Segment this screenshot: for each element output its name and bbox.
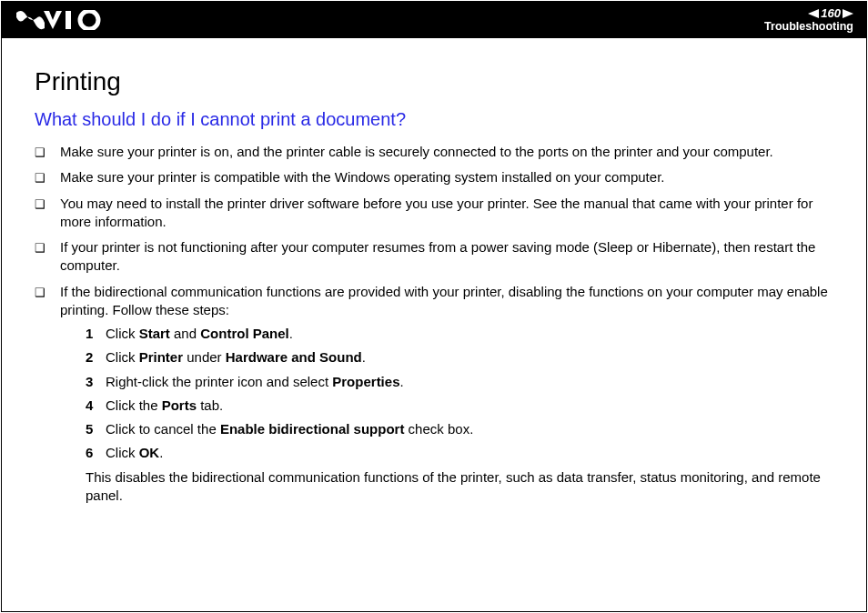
bullet-text: You may need to install the printer driv… xyxy=(60,195,833,232)
prev-page-icon[interactable] xyxy=(808,9,819,18)
svg-point-1 xyxy=(80,11,98,29)
section-label: Troubleshooting xyxy=(764,21,853,33)
header-bar: 160 Troubleshooting xyxy=(2,2,866,38)
bullet-icon: ❑ xyxy=(35,143,60,161)
header-right: 160 Troubleshooting xyxy=(764,7,853,33)
next-page-icon[interactable] xyxy=(843,9,853,18)
step-text: Click the Ports tab. xyxy=(106,397,833,415)
list-item: ❑ If the bidirectional communication fun… xyxy=(35,283,833,506)
steps-list: 1Click Start and Control Panel. 2Click P… xyxy=(60,325,833,463)
step-text: Click OK. xyxy=(106,444,833,462)
step-text: Click Printer under Hardware and Sound. xyxy=(106,348,833,367)
page-number: 160 xyxy=(821,7,841,19)
list-item: ❑ Make sure your printer is on, and the … xyxy=(35,143,833,161)
vaio-logo xyxy=(16,10,104,30)
trailing-note: This disables the bidirectional communic… xyxy=(60,468,833,506)
step-number: 1 xyxy=(86,325,106,343)
page-frame: 160 Troubleshooting Printing What should… xyxy=(1,1,867,612)
bullet-text: Make sure your printer is on, and the pr… xyxy=(60,143,833,161)
step-text: Click to cancel the Enable bidirectional… xyxy=(106,420,833,438)
list-item: ❑ You may need to install the printer dr… xyxy=(35,195,833,232)
bullet-text: If the bidirectional communication funct… xyxy=(60,283,833,506)
step-number: 2 xyxy=(86,348,106,367)
step-item: 3Right-click the printer icon and select… xyxy=(86,373,833,391)
svg-marker-3 xyxy=(843,9,853,18)
svg-rect-0 xyxy=(66,11,71,29)
step-item: 6Click OK. xyxy=(86,444,833,462)
question-heading: What should I do if I cannot print a doc… xyxy=(35,109,833,130)
bullet-list: ❑ Make sure your printer is on, and the … xyxy=(35,143,833,505)
bullet-intro: If the bidirectional communication funct… xyxy=(60,284,828,317)
list-item: ❑ If your printer is not functioning aft… xyxy=(35,238,833,276)
step-text: Click Start and Control Panel. xyxy=(106,325,833,343)
step-number: 6 xyxy=(86,444,106,462)
step-item: 1Click Start and Control Panel. xyxy=(86,325,833,343)
step-number: 5 xyxy=(86,420,106,438)
bullet-icon: ❑ xyxy=(35,168,60,186)
step-number: 4 xyxy=(86,397,106,415)
step-item: 4Click the Ports tab. xyxy=(86,397,833,415)
step-number: 3 xyxy=(86,373,106,391)
step-item: 5Click to cancel the Enable bidirectiona… xyxy=(86,420,833,438)
step-item: 2Click Printer under Hardware and Sound. xyxy=(86,348,833,367)
bullet-text: Make sure your printer is compatible wit… xyxy=(60,168,833,186)
bullet-icon: ❑ xyxy=(35,238,60,256)
bullet-text: If your printer is not functioning after… xyxy=(60,238,833,276)
page-title: Printing xyxy=(35,67,833,96)
step-text: Right-click the printer icon and select … xyxy=(106,373,833,391)
bullet-icon: ❑ xyxy=(35,195,60,213)
list-item: ❑ Make sure your printer is compatible w… xyxy=(35,168,833,186)
page-nav: 160 xyxy=(808,7,853,19)
bullet-icon: ❑ xyxy=(35,283,60,301)
svg-marker-2 xyxy=(808,9,819,18)
content-area: Printing What should I do if I cannot pr… xyxy=(2,38,866,505)
